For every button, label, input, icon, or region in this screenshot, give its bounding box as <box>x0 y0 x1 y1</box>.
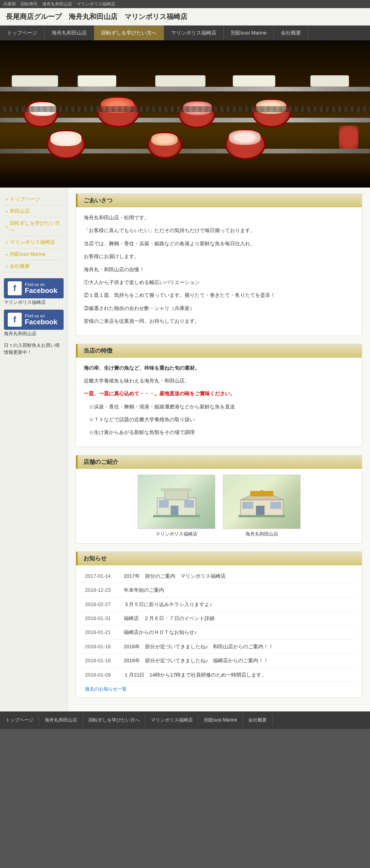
sidebar-item-learn[interactable]: » 回転ずしを学びたい方へ <box>4 217 64 236</box>
nav-bar: トップページ 海舟丸和田山店 回転ずしを学びたい方へ マリンポリス福崎店 別邸s… <box>0 26 370 40</box>
store-image-1 <box>138 475 215 529</box>
chevron-right-icon: » <box>5 240 8 245</box>
sidebar: » トップページ » 和田山店 » 回転ずしを学びたい方へ » マリンポリス福崎… <box>0 188 68 711</box>
footer-nav-bettei[interactable]: 別邸susi Marine <box>199 715 243 726</box>
svg-rect-12 <box>239 515 285 517</box>
features-header: 当店の特徴 <box>76 344 362 358</box>
facebook-icon-2: f <box>8 313 22 327</box>
topbar-item: 海舟丸和田山店 <box>42 1 72 7</box>
news-text: 2016年 節分が近づいてきましたね♪ 和田山店からのご案内！！ <box>121 639 356 653</box>
chevron-right-icon: » <box>5 252 8 257</box>
greeting-p7: ③厳選された独自の合わせ酢・シャリ（兵庫産） <box>84 304 354 313</box>
hero-image <box>0 40 370 188</box>
news-text: 年末年始のご案内 <box>121 583 356 597</box>
store-section: 店舗のご紹介 マリンポリス福崎店 <box>76 455 362 544</box>
features-body: 海の幸、生け簀の魚など、吟味を重ねた旬の素材。 近畿大学養殖魚も味わえる海舟丸・… <box>76 358 362 447</box>
nav-item-wadayama[interactable]: 海舟丸和田山店 <box>45 26 94 40</box>
facebook-button-2[interactable]: f Find us on Facebook <box>4 310 64 330</box>
footer-nav-wadayama[interactable]: 海舟丸和田山店 <box>39 715 83 726</box>
topbar-item: マリンポリス福崎店 <box>77 1 115 7</box>
sidebar-item-bettei[interactable]: » 別邸susi Marine <box>4 248 64 260</box>
news-date: 2016-02-27 <box>82 597 121 611</box>
news-row: 2016-01-09１月21日 14時から17時まで社員研修のため一時閉店します… <box>82 668 356 682</box>
svg-rect-10 <box>242 502 253 509</box>
nav-item-learn[interactable]: 回転ずしを学びたい方へ <box>94 26 164 40</box>
news-table: 2017-01-142017年 節分のご案内 マリンポリス福崎店2016-12-… <box>82 569 356 682</box>
news-text: ３月５日に折り込みチラシ入りますよ♪ <box>121 597 356 611</box>
news-more-link[interactable]: 過去のお知らせ一覧 <box>82 682 356 694</box>
svg-rect-3 <box>171 506 178 515</box>
greeting-header: ごあいさつ <box>76 194 362 207</box>
greeting-p2: 当店では、舞鶴・香住・浜坂・姫路などの各港より新鮮な魚を毎日仕入れ、 <box>84 239 354 248</box>
news-date: 2016-01-18 <box>82 639 121 653</box>
sidebar-item-wadayama[interactable]: » 和田山店 <box>4 205 64 217</box>
store-images: マリンポリス福崎店 <box>76 469 362 543</box>
news-row: 2016-01-182016年 節分が近づいてきましたね♪ 和田山店からのご案内… <box>82 639 356 653</box>
greeting-p0: 海舟丸和田山店・松岡です。 <box>84 213 354 222</box>
feature-line5: ☆生け簀からあがる新鮮な魚類をその場で調理 <box>84 428 354 437</box>
news-date: 2016-01-21 <box>82 625 121 639</box>
nav-item-top[interactable]: トップページ <box>0 26 45 40</box>
fb1-label: マリンポリス福崎店 <box>4 299 64 306</box>
footer-nav-top[interactable]: トップページ <box>0 715 39 726</box>
greeting-section: ごあいさつ 海舟丸和田山店・松岡です。 「お客様に喜んでもらいたい」ただその気持… <box>76 193 362 336</box>
news-row: 2016-01-21福崎店からのＨＯＴなお知らせ♪ <box>82 625 356 639</box>
facebook-icon: f <box>8 281 22 295</box>
greeting-p4: 海舟丸・和田山店の自慢！ <box>84 265 354 274</box>
sidebar-item-company[interactable]: » 会社概要 <box>4 260 64 272</box>
svg-rect-2 <box>161 488 192 491</box>
news-row: 2016-01-182016年 節分が近づいてきましたね♪ 福崎店からのご案内！… <box>82 654 356 668</box>
store-label-2: 海舟丸和田山店 <box>223 531 301 537</box>
feature-line3: ☆浜坂・香住・舞鶴・境港・姫路灘磨港などから新鮮な魚を直送 <box>84 402 354 411</box>
feature-line1: 近畿大学養殖魚も味わえる海舟丸・和田山店。 <box>84 376 354 385</box>
news-section: お知らせ 2017-01-142017年 節分のご案内 マリンポリス福崎店201… <box>76 551 362 698</box>
svg-rect-11 <box>270 502 281 509</box>
footer-nav-company[interactable]: 会社概要 <box>243 715 273 726</box>
footer-nav-marinepolis[interactable]: マリンポリス福崎店 <box>145 715 199 726</box>
site-title: 長尾商店グループ 海舟丸和田山店 マリンポリス福崎店 <box>0 8 370 26</box>
top-bar: 兵庫県 回転寿司 海舟丸和田山店 マリンポリス福崎店 <box>0 0 370 8</box>
news-body: 2017-01-142017年 節分のご案内 マリンポリス福崎店2016-12-… <box>76 565 362 698</box>
chevron-right-icon: » <box>5 264 8 269</box>
news-row: 2016-02-27３月５日に折り込みチラシ入りますよ♪ <box>82 597 356 611</box>
content-area: ごあいさつ 海舟丸和田山店・松岡です。 「お客様に喜んでもらいたい」ただその気持… <box>68 188 370 711</box>
greeting-body: 海舟丸和田山店・松岡です。 「お客様に喜んでもらいたい」ただその気持ちだけで毎日… <box>76 207 362 336</box>
sidebar-item-marinepolis[interactable]: » マリンポリス福崎店 <box>4 236 64 248</box>
sidebar-note: 日々の入荷鮮魚＆お買い得情報更新中！ <box>4 342 64 356</box>
feature-line4: ☆ＴＶなどで話題の近畿大学養殖魚の取り扱い <box>84 415 354 424</box>
news-date: 2017-01-14 <box>82 569 121 583</box>
news-date: 2016-12-23 <box>82 583 121 597</box>
features-section: 当店の特徴 海の幸、生け簀の魚など、吟味を重ねた旬の素材。 近畿大学養殖魚も味わ… <box>76 344 362 447</box>
news-header: お知らせ <box>76 552 362 565</box>
greeting-p3: お客様にお届けします。 <box>84 252 354 261</box>
news-text: 福崎店からのＨＯＴなお知らせ♪ <box>121 625 356 639</box>
nav-item-marinepolis[interactable]: マリンポリス福崎店 <box>164 26 224 40</box>
feature-line0: 海の幸、生け簀の魚など、吟味を重ねた旬の素材。 <box>84 363 354 372</box>
news-row: 2017-01-142017年 節分のご案内 マリンポリス福崎店 <box>82 569 356 583</box>
greeting-p8: 皆様のご来店を従業員一同、お待ちしております。 <box>84 317 354 326</box>
news-row: 2016-01-31福崎店 ２月６日・７日のイベント詳細 <box>82 611 356 625</box>
greeting-p5: ①大人から子供まで楽しめる幅広いバリエーション <box>84 278 354 287</box>
news-text: 2016年 節分が近づいてきましたね♪ 福崎店からのご案内！！ <box>121 654 356 668</box>
news-date: 2016-01-31 <box>82 611 121 625</box>
nav-item-bettei[interactable]: 別邸susi Marine <box>224 26 274 40</box>
main-layout: » トップページ » 和田山店 » 回転ずしを学びたい方へ » マリンポリス福崎… <box>0 188 370 711</box>
news-row: 2016-12-23年末年始のご案内 <box>82 583 356 597</box>
svg-rect-9 <box>256 506 265 515</box>
facebook-button-1[interactable]: f Find us on Facebook <box>4 278 64 298</box>
store-building-icon-2 <box>239 486 285 517</box>
chevron-right-icon: » <box>5 209 8 214</box>
svg-rect-5 <box>184 500 194 508</box>
footer-nav: トップページ 海舟丸和田山店 回転ずしを学びたい方へ マリンポリス福崎店 別邸s… <box>0 711 370 729</box>
footer-nav-learn[interactable]: 回転ずしを学びたい方へ <box>83 715 145 726</box>
store-container-2: 海舟丸和田山店 <box>223 475 301 537</box>
nav-item-company[interactable]: 会社概要 <box>274 26 308 40</box>
svg-rect-1 <box>165 490 188 500</box>
chevron-right-icon: » <box>5 224 8 229</box>
news-text: 2017年 節分のご案内 マリンポリス福崎店 <box>121 569 356 583</box>
svg-rect-4 <box>159 500 169 508</box>
svg-rect-6 <box>153 515 200 517</box>
greeting-p6: ②１皿１皿、気持ちをこめて握っています。握りたて・巻きたて・炙りたてを是非！ <box>84 291 354 300</box>
sidebar-item-top[interactable]: » トップページ <box>4 193 64 205</box>
news-text: 福崎店 ２月６日・７日のイベント詳細 <box>121 611 356 625</box>
